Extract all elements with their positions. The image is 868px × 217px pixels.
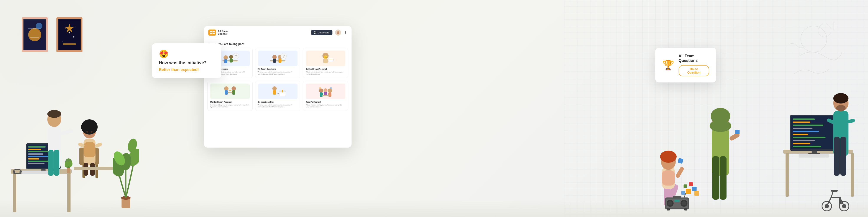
event-card-5[interactable]: Suggestions Box Anonymously submit quest… xyxy=(255,81,300,111)
svg-rect-119 xyxy=(322,95,329,96)
svg-rect-156 xyxy=(785,153,789,196)
dashboard-button[interactable]: Dashboard xyxy=(311,30,333,35)
svg-rect-99 xyxy=(328,58,333,62)
svg-point-86 xyxy=(229,55,233,59)
svg-rect-19 xyxy=(67,173,70,212)
svg-text:?: ? xyxy=(235,55,237,58)
svg-point-177 xyxy=(833,93,848,103)
svg-rect-22 xyxy=(28,146,45,148)
svg-point-14 xyxy=(75,26,76,27)
card-desc-6: Take a moment during your day to connect… xyxy=(306,104,345,108)
svg-rect-162 xyxy=(793,125,823,126)
svg-rect-53 xyxy=(84,142,95,157)
svg-text:?: ? xyxy=(283,55,285,58)
svg-rect-109 xyxy=(273,90,276,95)
svg-rect-70 xyxy=(210,31,212,32)
svg-point-80 xyxy=(345,31,346,32)
raise-question-button[interactable]: Raise Question xyxy=(679,65,709,76)
svg-point-178 xyxy=(836,105,846,111)
card-title-3: Coffee Break (Remote) xyxy=(306,68,345,70)
svg-point-91 xyxy=(272,55,277,59)
svg-rect-124 xyxy=(720,156,726,199)
svg-point-115 xyxy=(328,89,332,93)
svg-rect-106 xyxy=(232,90,235,95)
svg-point-117 xyxy=(323,88,328,92)
svg-rect-187 xyxy=(839,203,842,205)
card-desc-3: Take a few minutes to join a video call … xyxy=(306,71,345,75)
cards-scroll-area[interactable]: ? All Team Questions Anonymously submit … xyxy=(204,48,351,148)
card-image-6 xyxy=(306,84,345,99)
svg-rect-175 xyxy=(840,137,846,176)
more-icon[interactable] xyxy=(344,31,347,34)
svg-rect-140 xyxy=(684,184,687,188)
event-card-2[interactable]: ? All Team Questions Anonymously submit … xyxy=(255,48,300,78)
right-person-1 xyxy=(699,80,742,211)
svg-rect-98 xyxy=(323,58,328,63)
feedback-card: 😍 How was the initiative? Better than ex… xyxy=(152,43,221,78)
svg-rect-16 xyxy=(63,43,76,45)
svg-rect-139 xyxy=(689,182,693,186)
svg-point-1 xyxy=(818,24,831,37)
window-title: Events you are taking part xyxy=(204,39,351,48)
svg-rect-90 xyxy=(270,60,285,61)
svg-rect-104 xyxy=(225,90,228,95)
card-image-3: 😊 xyxy=(306,51,345,66)
svg-point-135 xyxy=(660,151,677,163)
svg-point-11 xyxy=(65,28,65,29)
card-image-5 xyxy=(258,84,298,99)
feedback-question: How was the initiative? xyxy=(159,60,214,65)
user-avatar[interactable] xyxy=(335,30,341,36)
svg-point-81 xyxy=(345,32,346,33)
svg-rect-152 xyxy=(684,193,686,198)
trophy-icon: 🏆 xyxy=(662,59,674,71)
svg-rect-26 xyxy=(28,156,48,157)
svg-point-61 xyxy=(91,131,93,132)
svg-rect-87 xyxy=(229,59,232,62)
svg-point-10 xyxy=(69,32,70,33)
logo-icon xyxy=(208,30,216,36)
all-team-questions-card: 🏆 All Team Questions Raise Question xyxy=(655,48,716,83)
frame-2 xyxy=(56,18,83,52)
svg-point-120 xyxy=(319,87,321,89)
svg-point-12 xyxy=(73,36,74,37)
svg-rect-41 xyxy=(20,171,21,174)
svg-rect-43 xyxy=(48,150,54,176)
svg-rect-164 xyxy=(793,131,819,132)
event-card-3[interactable]: 😊 Coffee Break (Remote) Take a few minut… xyxy=(303,48,348,78)
svg-rect-143 xyxy=(678,158,684,164)
svg-rect-18 xyxy=(13,173,16,212)
svg-point-37 xyxy=(68,161,72,167)
svg-point-46 xyxy=(47,110,61,118)
svg-text:😊: 😊 xyxy=(325,56,328,59)
card-title-5: Suggestions Box xyxy=(258,101,298,103)
svg-rect-116 xyxy=(328,92,331,97)
svg-rect-160 xyxy=(793,119,815,120)
svg-rect-129 xyxy=(735,130,740,134)
svg-rect-7 xyxy=(30,37,39,38)
event-card-6[interactable]: Today's Moment Take a moment during your… xyxy=(303,81,348,111)
svg-rect-73 xyxy=(212,33,215,34)
svg-point-105 xyxy=(231,86,236,91)
app-logo: All Team Connect xyxy=(208,30,228,36)
svg-rect-40 xyxy=(13,171,15,174)
svg-point-0 xyxy=(801,26,827,52)
event-card-4[interactable]: Mentor Buddy Program Connect and help yo… xyxy=(208,81,253,111)
card-desc-5: Anonymously submit questions and votes a… xyxy=(258,104,298,108)
scooter xyxy=(820,187,850,213)
feedback-answer: Better than expected! xyxy=(159,67,214,72)
svg-point-127 xyxy=(710,120,731,132)
svg-rect-94 xyxy=(278,59,281,63)
svg-rect-151 xyxy=(673,196,681,198)
card-image-4 xyxy=(210,84,250,99)
svg-rect-167 xyxy=(793,140,815,141)
svg-rect-186 xyxy=(839,197,841,204)
svg-rect-165 xyxy=(793,134,808,135)
svg-rect-133 xyxy=(662,170,675,186)
svg-rect-107 xyxy=(228,92,232,93)
svg-point-113 xyxy=(319,89,323,93)
cards-grid: ? All Team Questions Anonymously submit … xyxy=(204,48,351,114)
svg-rect-24 xyxy=(28,151,50,152)
card-image-2: ? xyxy=(258,51,298,66)
card-title-4: Mentor Buddy Program xyxy=(210,101,250,103)
svg-rect-92 xyxy=(273,59,276,63)
